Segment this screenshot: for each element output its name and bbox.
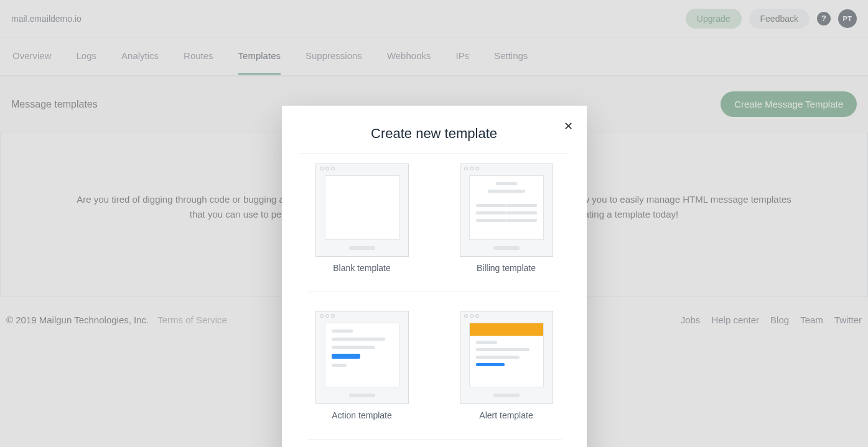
template-option-action[interactable]: Action template bbox=[307, 311, 418, 420]
template-option-blank[interactable]: Blank template bbox=[307, 164, 418, 273]
close-icon[interactable]: ✕ bbox=[564, 119, 573, 133]
modal-title: Create new template bbox=[301, 126, 568, 142]
template-thumb-billing bbox=[460, 164, 553, 257]
template-options-grid: Blank template Billing template bbox=[301, 164, 568, 441]
template-caption-alert: Alert template bbox=[479, 410, 533, 420]
divider bbox=[307, 292, 562, 292]
template-option-alert[interactable]: Alert template bbox=[451, 311, 562, 420]
divider bbox=[301, 153, 568, 154]
divider bbox=[307, 439, 562, 440]
create-template-modal: ✕ Create new template Blank template bbox=[282, 106, 587, 447]
template-thumb-blank bbox=[315, 164, 409, 257]
template-caption-action: Action template bbox=[332, 410, 392, 420]
template-thumb-alert bbox=[460, 311, 553, 404]
template-thumb-action bbox=[315, 311, 409, 404]
template-option-billing[interactable]: Billing template bbox=[451, 164, 562, 273]
template-caption-billing: Billing template bbox=[477, 263, 536, 273]
template-caption-blank: Blank template bbox=[333, 263, 391, 273]
